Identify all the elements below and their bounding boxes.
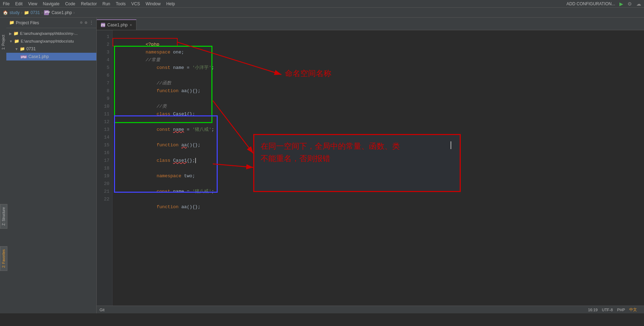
sidebar-header: 📁 Project Files ⊙ ⚙ ⋮ bbox=[6, 18, 96, 28]
structure-tab[interactable]: Z: Structure bbox=[0, 204, 7, 229]
code-line-1: <?php bbox=[118, 33, 638, 41]
favorites-tab[interactable]: 2: Favorites bbox=[0, 246, 7, 271]
status-line-col: 16:19 bbox=[588, 308, 598, 312]
sep3: › bbox=[73, 10, 75, 15]
main-layout: 1: Project 📁 Project Files ⊙ ⚙ ⋮ ▶ 📁 E:\… bbox=[0, 18, 644, 313]
breadcrumb-study[interactable]: study bbox=[9, 10, 20, 15]
tab-case1[interactable]: php Case1.php ✕ bbox=[97, 19, 136, 30]
add-config-label[interactable]: ADD CONFIGURATION... bbox=[567, 1, 615, 6]
tab-name: Case1.php bbox=[107, 23, 128, 27]
menu-navigate[interactable]: Navigate bbox=[43, 1, 59, 6]
php-file-icon: php bbox=[20, 55, 27, 58]
status-git: Git bbox=[100, 308, 104, 312]
code-line-4: const name = '小洋芋'; bbox=[118, 56, 638, 64]
tree-item-case1[interactable]: php Case1.php bbox=[6, 53, 96, 60]
code-line-3: //常量 bbox=[118, 49, 638, 56]
editor-wrapper: php Case1.php ✕ 1 2 3 4 5 6 7 8 9 10 11 … bbox=[97, 18, 644, 313]
status-encoding: UTF-8 bbox=[602, 308, 613, 312]
sep2: › bbox=[41, 10, 43, 15]
code-line-22: function aa(){}; bbox=[118, 196, 638, 203]
code-line-9: //类 bbox=[118, 95, 638, 103]
sidebar-icons: ⊙ ⚙ ⋮ bbox=[80, 20, 94, 25]
menu-help[interactable]: Help bbox=[166, 1, 175, 6]
breadcrumb-php-icon: php bbox=[44, 10, 49, 15]
menu-refactor[interactable]: Refactor bbox=[81, 1, 97, 6]
menu-edit[interactable]: Edit bbox=[15, 1, 23, 6]
code-line-10: class Case1{}; bbox=[118, 103, 638, 110]
breadcrumb-0731[interactable]: 0731 bbox=[31, 10, 40, 15]
code-line-11 bbox=[118, 110, 638, 118]
project-icon: 🏠 bbox=[3, 10, 8, 15]
code-line-6: //函数 bbox=[118, 72, 638, 79]
status-lang: PHP bbox=[617, 308, 625, 312]
sidebar-tree: ▶ 📁 E:\anzhuang\xampp\htdocs\my-... ▼ 📁 … bbox=[6, 28, 96, 313]
breadcrumb-bar: 🏠 study › 📁 0731 › php Case1.php › bbox=[0, 8, 644, 18]
gear-icon[interactable]: ⚙ bbox=[85, 20, 87, 25]
menu-bar: File Edit View Navigate Code Refactor Ru… bbox=[0, 0, 644, 8]
menu-file[interactable]: File bbox=[3, 1, 9, 6]
code-line-19 bbox=[118, 172, 638, 180]
code-line-20: const name = '猪八戒'; bbox=[118, 180, 638, 188]
tab-close-icon[interactable]: ✕ bbox=[130, 23, 132, 27]
code-line-2: namespace one; bbox=[118, 41, 638, 49]
breadcrumb-folder-icon: 📁 bbox=[24, 10, 29, 15]
sidebar-title: Project Files bbox=[16, 20, 39, 25]
menu-tools[interactable]: Tools bbox=[116, 1, 126, 6]
menu-vcs[interactable]: VCS bbox=[131, 1, 140, 6]
folder-icon: 📁 bbox=[9, 20, 14, 25]
menu-run[interactable]: Run bbox=[102, 1, 110, 6]
menu-window[interactable]: Window bbox=[146, 1, 161, 6]
code-area[interactable]: <?php namespace one; //常量 const name = '… bbox=[113, 30, 644, 313]
project-label: 1: Project bbox=[1, 35, 5, 50]
run-icon[interactable]: ▶ bbox=[619, 1, 623, 7]
code-line-14: function aa(){}; bbox=[118, 134, 638, 141]
tree-item-0731[interactable]: ▼ 📁 0731 bbox=[6, 45, 96, 53]
line-numbers: 1 2 3 4 5 6 7 8 9 10 11 12 13 14 15 16 1… bbox=[97, 30, 113, 313]
code-line-16: class Case1{}; bbox=[118, 149, 638, 157]
menu-code[interactable]: Code bbox=[65, 1, 75, 6]
code-line-18: namespace two; bbox=[118, 165, 638, 172]
status-chinese: 中文 bbox=[629, 307, 637, 312]
breadcrumb-case1[interactable]: Case1.php bbox=[51, 10, 72, 15]
tree-item-root2[interactable]: ▼ 📁 E:\anzhuang\xampp\htdocs\stu bbox=[6, 37, 96, 45]
tab-bar: php Case1.php ✕ bbox=[97, 18, 644, 30]
sync-icon[interactable]: ⊙ bbox=[80, 20, 83, 25]
more-icon[interactable]: ⋮ bbox=[89, 20, 94, 25]
sep1: › bbox=[21, 10, 23, 15]
sidebar: 1: Project 📁 Project Files ⊙ ⚙ ⋮ ▶ 📁 E:\… bbox=[0, 18, 97, 313]
editor-content[interactable]: 1 2 3 4 5 6 7 8 9 10 11 12 13 14 15 16 1… bbox=[97, 30, 644, 313]
tab-php-icon: php bbox=[101, 23, 105, 27]
settings-icon[interactable]: ⚙ bbox=[627, 1, 632, 7]
tree-item-root1[interactable]: ▶ 📁 E:\anzhuang\xampp\htdocs\my-... bbox=[6, 30, 96, 37]
vcs-icon[interactable]: ☁ bbox=[636, 1, 641, 7]
code-line-7: function aa(){}; bbox=[118, 79, 638, 87]
menu-view[interactable]: View bbox=[28, 1, 37, 6]
status-bar: Git 16:19 UTF-8 PHP 中文 bbox=[97, 306, 644, 313]
code-line-12: const name = '猪八戒'; bbox=[118, 118, 638, 126]
